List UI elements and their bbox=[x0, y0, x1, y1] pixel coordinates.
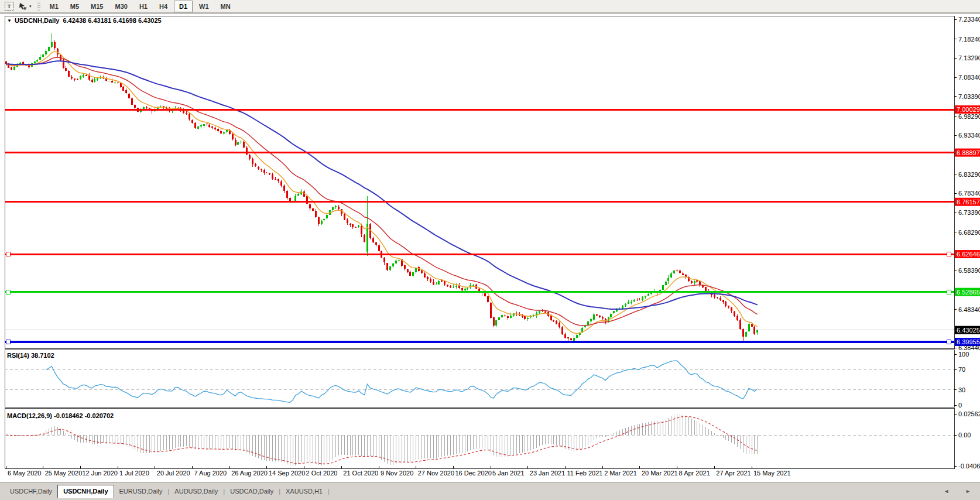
chart-title-text: USDCNH,Daily 6.42438 6.43181 6.41698 6.4… bbox=[15, 17, 162, 24]
svg-text:20 Jul 2020: 20 Jul 2020 bbox=[157, 470, 190, 477]
chart-tab-xauusd[interactable]: XAUUSD,H1 bbox=[280, 485, 328, 497]
timeframe-button-m5[interactable]: M5 bbox=[65, 1, 84, 12]
svg-text:6.98290: 6.98290 bbox=[958, 113, 980, 120]
chart-tab-audusd[interactable]: AUDUSD,Daily bbox=[169, 485, 223, 497]
timeframe-button-m30[interactable]: M30 bbox=[109, 1, 132, 12]
svg-text:6.78340: 6.78340 bbox=[958, 190, 980, 197]
svg-text:20 Mar 2021: 20 Mar 2021 bbox=[642, 470, 678, 477]
pane-borders bbox=[5, 16, 954, 468]
hline-handle bbox=[6, 252, 11, 256]
hline-handle bbox=[947, 340, 951, 344]
toolbar-gripper bbox=[37, 2, 40, 11]
svg-text:1 Jul 2020: 1 Jul 2020 bbox=[119, 470, 149, 477]
timeframe-button-h4[interactable]: H4 bbox=[154, 1, 173, 12]
hline-handle bbox=[6, 340, 11, 344]
svg-text:6 May 2020: 6 May 2020 bbox=[8, 470, 41, 477]
svg-text:14 Sep 2020: 14 Sep 2020 bbox=[269, 470, 305, 477]
timeframe-button-m1[interactable]: M1 bbox=[44, 1, 64, 12]
tab-scroll-arrows: ◄ ► bbox=[944, 488, 971, 494]
svg-text:7.13290: 7.13290 bbox=[958, 54, 980, 61]
chart-window: 7.000296.888976.761576.626466.528656.399… bbox=[0, 13, 980, 482]
svg-text:0.025623: 0.025623 bbox=[958, 410, 980, 417]
svg-text:25 May 2020: 25 May 2020 bbox=[45, 470, 83, 477]
svg-text:6.62646: 6.62646 bbox=[957, 251, 980, 258]
tab-scroll-right-button[interactable]: ► bbox=[965, 488, 971, 494]
chart-title: ▼ USDCNH,Daily 6.42438 6.43181 6.41698 6… bbox=[7, 17, 162, 24]
timeframe-button-h1[interactable]: H1 bbox=[134, 1, 153, 12]
chart-tab-usdcnh[interactable]: USDCNH,Daily bbox=[57, 485, 114, 498]
chart-tab-usdcad[interactable]: USDCAD,Daily bbox=[225, 485, 279, 497]
timeframe-button-m15[interactable]: M15 bbox=[85, 1, 108, 12]
svg-text:27 Apr 2021: 27 Apr 2021 bbox=[716, 470, 751, 477]
top-toolbar: T ▾ M1M5M15M30H1H4D1W1MN bbox=[0, 0, 980, 13]
svg-text:7.00029: 7.00029 bbox=[957, 106, 980, 113]
svg-text:-0.040687: -0.040687 bbox=[958, 463, 980, 470]
timeframe-button-w1[interactable]: W1 bbox=[194, 1, 214, 12]
svg-text:6.43025: 6.43025 bbox=[957, 327, 980, 334]
svg-text:6.52865: 6.52865 bbox=[957, 289, 980, 296]
tab-scroll-left-button[interactable]: ◄ bbox=[944, 488, 949, 494]
dropdown-caret-icon: ▾ bbox=[29, 4, 32, 9]
svg-text:30: 30 bbox=[958, 386, 965, 393]
text-tool-icon: T bbox=[5, 2, 13, 11]
svg-text:7.03390: 7.03390 bbox=[958, 93, 980, 100]
svg-text:21 Oct 2020: 21 Oct 2020 bbox=[343, 470, 378, 477]
svg-text:5 Jan 2021: 5 Jan 2021 bbox=[492, 470, 524, 477]
arrows-tool-button[interactable]: ▾ bbox=[16, 1, 34, 12]
svg-text:23 Jan 2021: 23 Jan 2021 bbox=[530, 470, 566, 477]
svg-text:6.93340: 6.93340 bbox=[958, 132, 980, 139]
svg-text:0.00: 0.00 bbox=[958, 431, 971, 439]
svg-text:12 Jun 2020: 12 Jun 2020 bbox=[82, 470, 118, 477]
svg-text:100: 100 bbox=[958, 351, 969, 358]
svg-text:2 Oct 2020: 2 Oct 2020 bbox=[306, 470, 338, 477]
svg-text:6.88897: 6.88897 bbox=[957, 149, 980, 156]
svg-text:7.08340: 7.08340 bbox=[958, 74, 980, 81]
price-chart[interactable]: 7.000296.888976.761576.626466.528656.399… bbox=[0, 14, 980, 482]
svg-text:6.48340: 6.48340 bbox=[958, 306, 980, 313]
chart-tab-bar: USDCHF,DailyUSDCNH,DailyEURUSD,Daily|AUD… bbox=[0, 482, 980, 500]
chart-tab-eurusd[interactable]: EURUSD,Daily bbox=[114, 485, 168, 497]
svg-text:9 Nov 2020: 9 Nov 2020 bbox=[381, 470, 413, 477]
arrows-tool-icon bbox=[18, 2, 28, 11]
chart-menu-caret-icon[interactable]: ▼ bbox=[7, 18, 12, 23]
price-axis: 7.000296.888976.761576.626466.528656.399… bbox=[954, 16, 980, 351]
svg-text:6.73390: 6.73390 bbox=[958, 209, 980, 216]
rsi-indicator-label: RSI(14) 38.7102 bbox=[7, 352, 54, 359]
tab-divider: | bbox=[328, 488, 330, 495]
svg-text:6.76157: 6.76157 bbox=[957, 198, 980, 206]
svg-text:70: 70 bbox=[958, 366, 965, 373]
hline-handle bbox=[6, 290, 11, 294]
timeframe-button-d1[interactable]: D1 bbox=[174, 1, 193, 12]
svg-text:8 Apr 2021: 8 Apr 2021 bbox=[679, 470, 710, 477]
svg-text:7 Aug 2020: 7 Aug 2020 bbox=[194, 470, 227, 477]
timeframe-button-group: M1M5M15M30H1H4D1W1MN bbox=[44, 1, 237, 12]
text-label-tool-button[interactable]: T bbox=[2, 1, 16, 12]
svg-text:6.58390: 6.58390 bbox=[958, 267, 980, 274]
chart-tabs: USDCHF,DailyUSDCNH,DailyEURUSD,Daily|AUD… bbox=[5, 485, 330, 498]
svg-text:15 May 2021: 15 May 2021 bbox=[753, 470, 791, 477]
macd-indicator-label: MACD(12,26,9) -0.018462 -0.020702 bbox=[7, 412, 114, 419]
svg-text:27 Nov 2020: 27 Nov 2020 bbox=[418, 470, 454, 477]
svg-text:26 Aug 2020: 26 Aug 2020 bbox=[231, 470, 268, 477]
svg-text:0: 0 bbox=[958, 402, 962, 409]
hline-handle bbox=[947, 252, 951, 256]
svg-text:2 Mar 2021: 2 Mar 2021 bbox=[604, 470, 637, 477]
timeframe-button-mn[interactable]: MN bbox=[215, 1, 236, 12]
svg-text:7.23340: 7.23340 bbox=[958, 16, 980, 23]
mt4-application: { "toolbar": { "text_tool_label": "T", "… bbox=[0, 0, 980, 500]
hline-handle bbox=[947, 290, 951, 294]
chart-tab-usdchf[interactable]: USDCHF,Daily bbox=[5, 485, 57, 497]
svg-text:7.18240: 7.18240 bbox=[958, 36, 980, 43]
svg-text:6.68290: 6.68290 bbox=[958, 229, 980, 236]
svg-text:6.83290: 6.83290 bbox=[958, 171, 980, 178]
svg-text:16 Dec 2020: 16 Dec 2020 bbox=[455, 470, 491, 477]
svg-text:11 Feb 2021: 11 Feb 2021 bbox=[567, 470, 603, 477]
